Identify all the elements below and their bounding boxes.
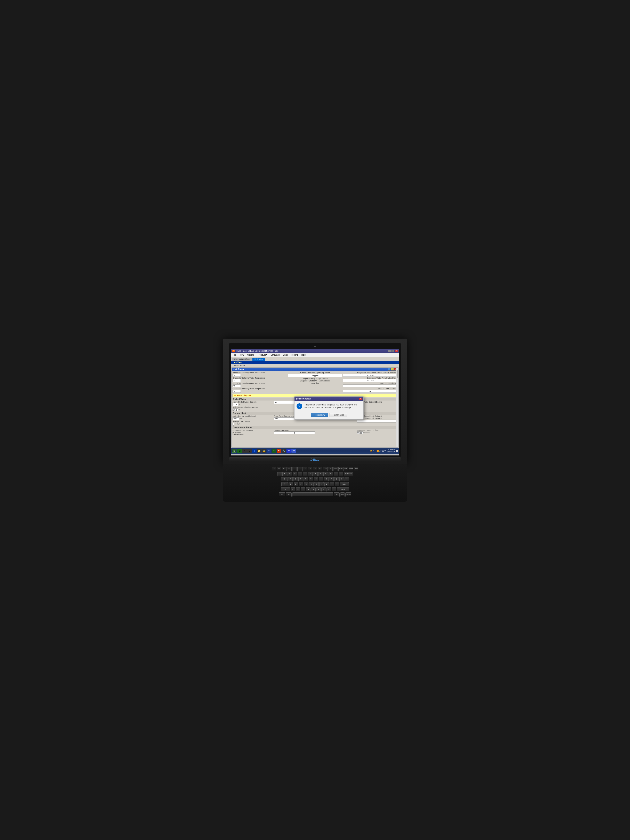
key-f1[interactable]: F1 xyxy=(277,467,281,471)
key-n[interactable]: N xyxy=(311,487,316,492)
close-button[interactable]: ✕ xyxy=(395,350,398,352)
key-1[interactable]: 1 xyxy=(283,472,287,477)
key-f9[interactable]: F9 xyxy=(318,467,322,471)
key-j[interactable]: J xyxy=(314,482,319,487)
key-period[interactable]: > xyxy=(327,487,331,492)
menu-reports[interactable]: Reports xyxy=(291,354,299,356)
key-2[interactable]: 2 xyxy=(287,472,292,477)
key-c[interactable]: C xyxy=(296,487,300,492)
menu-options[interactable]: Options xyxy=(247,354,255,356)
menu-file[interactable]: File xyxy=(232,354,237,356)
key-o[interactable]: O xyxy=(324,477,328,482)
key-insert[interactable]: Insert xyxy=(349,467,353,471)
key-f8[interactable]: F8 xyxy=(313,467,317,471)
key-6[interactable]: 6 xyxy=(308,472,313,477)
restart-later-button[interactable]: Restart later xyxy=(330,413,347,417)
key-backspace[interactable]: Backspace xyxy=(344,472,353,477)
taskbar-app-tv3[interactable]: TV xyxy=(291,449,296,453)
restart-now-button[interactable]: Restart now xyxy=(311,413,328,417)
key-k[interactable]: K xyxy=(319,482,324,487)
key-s[interactable]: S xyxy=(289,482,293,487)
key-5[interactable]: 5 xyxy=(303,472,308,477)
key-f11[interactable]: F11 xyxy=(328,467,333,471)
key-ctrl-right[interactable]: Ctrl xyxy=(340,493,345,497)
key-f7[interactable]: F7 xyxy=(308,467,312,471)
menu-units[interactable]: Units xyxy=(283,354,288,356)
key-delete[interactable]: Delete xyxy=(354,467,358,471)
key-d[interactable]: D xyxy=(294,482,298,487)
key-b[interactable]: B xyxy=(306,487,311,492)
key-enter[interactable]: Enter xyxy=(340,482,349,487)
key-quote[interactable]: " xyxy=(335,482,339,487)
key-f6[interactable]: F6 xyxy=(303,467,307,471)
tab-unit-view[interactable]: Unit View xyxy=(252,358,265,361)
key-equals[interactable]: = xyxy=(339,472,343,477)
key-y[interactable]: Y xyxy=(309,477,313,482)
key-h[interactable]: H xyxy=(309,482,314,487)
key-rbracket[interactable]: ] xyxy=(339,477,344,482)
key-f2[interactable]: F2 xyxy=(282,467,286,471)
modal-close-button[interactable]: ✕ xyxy=(359,398,362,400)
taskbar-app-ie[interactable]: e xyxy=(252,449,257,453)
taskbar-desktop-icon[interactable]: ⬜ xyxy=(396,450,398,452)
key-esc[interactable]: Esc xyxy=(272,467,276,471)
key-space[interactable] xyxy=(292,493,333,497)
key-r[interactable]: R xyxy=(298,477,303,482)
taskbar-app-4[interactable]: 📁 xyxy=(257,449,262,453)
taskbar-app-tv1[interactable]: TV xyxy=(277,449,281,453)
menu-view[interactable]: View xyxy=(239,354,245,356)
menu-language[interactable]: Language xyxy=(270,354,280,356)
key-3[interactable]: 3 xyxy=(293,472,297,477)
start-button[interactable]: ⊞ xyxy=(232,449,237,453)
key-shift-right[interactable]: Shift ⇧ xyxy=(337,487,349,492)
taskbar-app-6[interactable]: 🔧 xyxy=(281,449,286,453)
taskbar-app-2[interactable]: ○ xyxy=(242,449,247,453)
key-backslash[interactable]: \ xyxy=(344,477,349,482)
taskbar-app-tv2[interactable]: TV xyxy=(286,449,291,453)
key-8[interactable]: 8 xyxy=(318,472,323,477)
taskbar-app-excel[interactable]: X xyxy=(272,449,276,453)
key-end[interactable]: End xyxy=(344,467,348,471)
key-0[interactable]: 0 xyxy=(328,472,333,477)
key-f3[interactable]: F3 xyxy=(287,467,292,471)
key-home[interactable]: Home xyxy=(338,467,343,471)
key-f5[interactable]: F5 xyxy=(297,467,302,471)
maximize-button[interactable]: □ xyxy=(392,350,394,352)
key-lbracket[interactable]: [ xyxy=(334,477,339,482)
key-4[interactable]: 4 xyxy=(298,472,302,477)
key-7[interactable]: 7 xyxy=(313,472,318,477)
key-f4[interactable]: F4 xyxy=(292,467,297,471)
menu-trendview[interactable]: TrendView xyxy=(257,354,268,356)
key-t[interactable]: T xyxy=(303,477,308,482)
key-comma[interactable]: < xyxy=(321,487,326,492)
key-p[interactable]: P xyxy=(329,477,334,482)
taskbar-app-5[interactable]: 🔒 xyxy=(262,449,267,453)
key-alt-left[interactable]: Alt xyxy=(286,493,292,497)
key-win[interactable]: ⊞ xyxy=(279,493,285,497)
key-f[interactable]: F xyxy=(299,482,303,487)
key-f12[interactable]: F12 xyxy=(333,467,338,471)
minimize-button[interactable]: _ xyxy=(388,350,391,352)
key-x[interactable]: X xyxy=(291,487,295,492)
taskbar-app-1[interactable]: ⊞ xyxy=(237,449,242,453)
key-w[interactable]: W xyxy=(288,477,293,482)
key-z[interactable]: Z xyxy=(281,487,290,492)
key-tilde[interactable]: ~ xyxy=(277,472,282,477)
key-e[interactable]: E xyxy=(293,477,298,482)
tab-connection-view[interactable]: Connection View xyxy=(232,358,252,361)
taskbar-app-word[interactable]: W xyxy=(267,449,271,453)
key-f10[interactable]: F10 xyxy=(323,467,327,471)
key-g[interactable]: G xyxy=(304,482,308,487)
key-alt-right[interactable]: Alt xyxy=(334,493,339,497)
key-a[interactable]: A xyxy=(281,482,288,487)
key-slash[interactable]: ? xyxy=(332,487,336,492)
taskbar-app-3[interactable]: ⊟ xyxy=(247,449,252,453)
key-minus[interactable]: - xyxy=(334,472,338,477)
key-9[interactable]: 9 xyxy=(324,472,328,477)
key-v[interactable]: V xyxy=(301,487,305,492)
key-pageup[interactable]: Page Up xyxy=(345,493,351,497)
key-u[interactable]: U xyxy=(314,477,318,482)
key-m[interactable]: M xyxy=(316,487,321,492)
key-l[interactable]: L xyxy=(324,482,329,487)
key-i[interactable]: I xyxy=(319,477,324,482)
